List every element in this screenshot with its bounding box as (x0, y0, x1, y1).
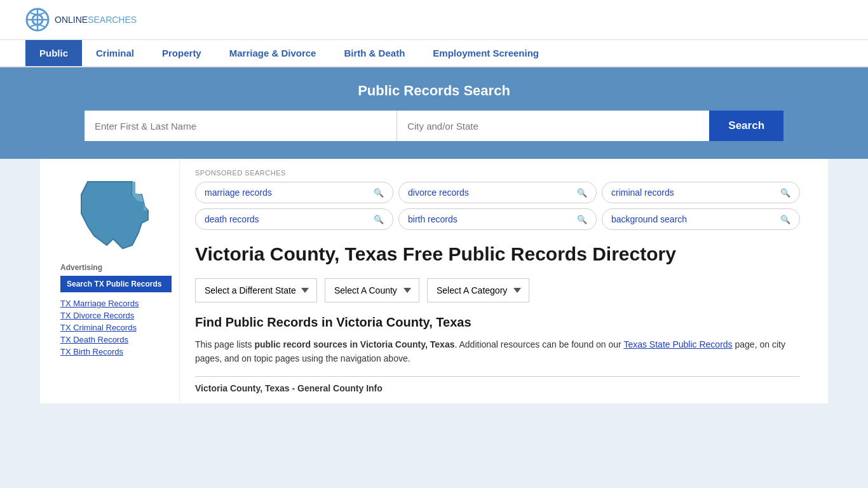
sidebar: Advertising Search TX Public Records TX … (53, 159, 180, 403)
sponsored-grid: marriage records 🔍 divorce records 🔍 cri… (195, 182, 800, 230)
state-dropdown[interactable]: Select a Different State (195, 278, 317, 302)
dropdowns: Select a Different State Select A County… (195, 278, 800, 302)
logo-searches: SEARCHES (88, 15, 137, 25)
sidebar-links: TX Marriage Records TX Divorce Records T… (60, 299, 172, 356)
county-info-bar: Victoria County, Texas - General County … (195, 376, 800, 393)
search-button[interactable]: Search (709, 111, 783, 141)
search-bar: Search (85, 111, 783, 141)
nav-birth-death[interactable]: Birth & Death (330, 40, 419, 66)
nav-criminal[interactable]: Criminal (82, 40, 148, 66)
advertising-label: Advertising (60, 263, 172, 272)
ad-button[interactable]: Search TX Public Records (60, 276, 172, 292)
county-dropdown[interactable]: Select A County (325, 278, 419, 302)
search-icon-background: 🔍 (780, 215, 790, 224)
sponsored-label-divorce: divorce records (408, 187, 469, 198)
nav-employment[interactable]: Employment Screening (419, 40, 553, 66)
nav-property[interactable]: Property (148, 40, 215, 66)
name-input[interactable] (85, 111, 397, 141)
sidebar-link-criminal[interactable]: TX Criminal Records (60, 323, 172, 332)
main-nav: Public Criminal Property Marriage & Divo… (0, 40, 868, 67)
logo-icon (25, 8, 50, 32)
search-icon-birth: 🔍 (577, 215, 587, 224)
logo-text: ONLINESEARCHES (55, 15, 137, 25)
sponsored-label-birth: birth records (408, 214, 458, 224)
texas-shape-icon (75, 175, 158, 252)
hero-title: Public Records Search (25, 83, 843, 99)
sponsored-item-marriage[interactable]: marriage records 🔍 (195, 182, 393, 203)
location-input[interactable] (397, 111, 709, 141)
content-area: SPONSORED SEARCHES marriage records 🔍 di… (180, 159, 815, 403)
logo-online: ONLINE (55, 15, 88, 25)
sponsored-item-criminal[interactable]: criminal records 🔍 (602, 182, 800, 203)
main-wrapper: Advertising Search TX Public Records TX … (40, 159, 828, 403)
sponsored-item-birth[interactable]: birth records 🔍 (398, 208, 597, 230)
sponsored-item-death[interactable]: death records 🔍 (195, 208, 393, 230)
directory-title: Victoria County, Texas Free Public Recor… (195, 243, 800, 266)
hero-section: Public Records Search Search (0, 67, 868, 159)
find-desc-bold: public record sources in Victoria County… (254, 339, 454, 349)
sponsored-label: SPONSORED SEARCHES (195, 169, 800, 177)
sidebar-link-marriage[interactable]: TX Marriage Records (60, 299, 172, 308)
search-icon-divorce: 🔍 (577, 188, 587, 198)
sidebar-link-death[interactable]: TX Death Records (60, 335, 172, 344)
find-desc-part2: . Additional resources can be found on o… (454, 339, 623, 349)
logo[interactable]: ONLINESEARCHES (25, 8, 137, 32)
category-dropdown[interactable]: Select A Category (427, 278, 529, 302)
search-icon-death: 🔍 (374, 215, 384, 224)
sponsored-label-death: death records (205, 214, 259, 224)
nav-marriage-divorce[interactable]: Marriage & Divorce (215, 40, 330, 66)
find-link[interactable]: Texas State Public Records (623, 339, 732, 349)
sponsored-label-background: background search (611, 214, 687, 224)
nav-public[interactable]: Public (25, 40, 82, 66)
texas-map (60, 169, 172, 252)
sidebar-link-birth[interactable]: TX Birth Records (60, 347, 172, 356)
sidebar-link-divorce[interactable]: TX Divorce Records (60, 311, 172, 320)
sponsored-item-background[interactable]: background search 🔍 (602, 208, 800, 230)
sponsored-label-marriage: marriage records (205, 187, 272, 198)
sponsored-item-divorce[interactable]: divorce records 🔍 (398, 182, 597, 203)
site-header: ONLINESEARCHES (0, 0, 868, 40)
sponsored-label-criminal: criminal records (611, 187, 674, 198)
find-title: Find Public Records in Victoria County, … (195, 315, 800, 330)
find-desc-part1: This page lists (195, 339, 254, 349)
search-icon-criminal: 🔍 (780, 188, 790, 198)
find-description: This page lists public record sources in… (195, 337, 800, 366)
search-icon-marriage: 🔍 (374, 188, 384, 198)
